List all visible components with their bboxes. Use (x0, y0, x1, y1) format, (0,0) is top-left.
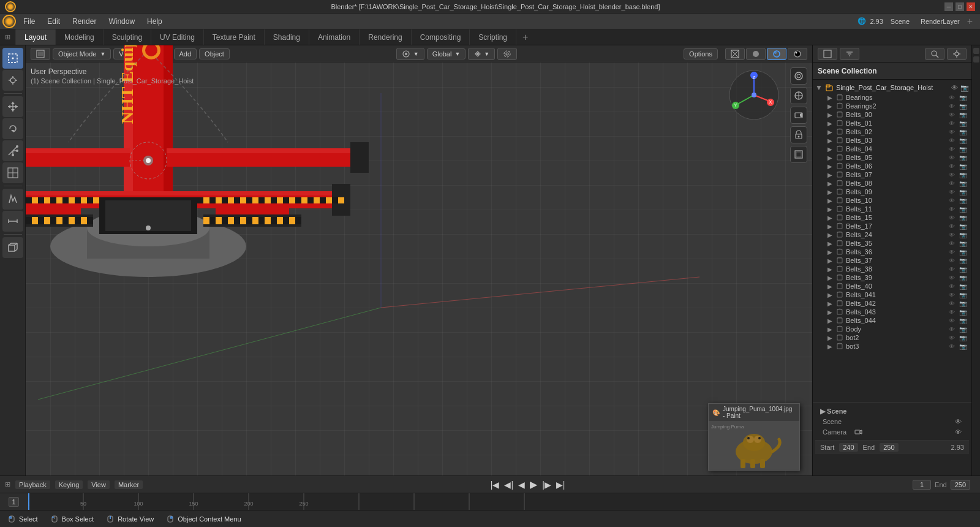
item-vis-24[interactable]: 👁 (949, 300, 955, 307)
item-render-26[interactable]: 📷 (959, 317, 967, 324)
render-layer-add[interactable]: + (967, 16, 973, 27)
playback-menu[interactable]: Playback (15, 480, 50, 489)
scene-item-23[interactable]: ▶ Belts_041 👁 📷 (813, 290, 971, 299)
scene-item-25[interactable]: ▶ Belts_043 👁 📷 (813, 308, 971, 316)
end-frame-input[interactable]: 250 (951, 480, 970, 490)
item-render-15[interactable]: 📷 (959, 223, 967, 230)
cursor-tool[interactable] (2, 70, 23, 91)
jump-end-button[interactable]: ▶| (555, 479, 567, 491)
item-vis-27[interactable]: 👁 (949, 326, 955, 333)
menu-file[interactable]: File (18, 16, 40, 27)
item-render-24[interactable]: 📷 (959, 300, 967, 307)
scale-tool[interactable] (2, 140, 23, 161)
move-tool[interactable] (2, 96, 23, 117)
scene-vis-icon[interactable]: 👁 (955, 418, 962, 425)
camera-view-toggle[interactable] (790, 107, 807, 124)
scene-item-7[interactable]: ▶ Belts_05 👁 📷 (813, 153, 971, 162)
item-vis-12[interactable]: 👁 (949, 197, 955, 204)
item-render-13[interactable]: 📷 (959, 206, 967, 213)
item-vis-1[interactable]: 👁 (949, 103, 955, 110)
scene-item-28[interactable]: ▶ bot2 👁 📷 (813, 333, 971, 342)
tab-compositing[interactable]: Compositing (412, 29, 470, 45)
item-vis-18[interactable]: 👁 (949, 249, 955, 256)
item-render-18[interactable]: 📷 (959, 249, 967, 256)
item-render-22[interactable]: 📷 (959, 283, 967, 290)
current-frame-input[interactable]: 1 (913, 480, 931, 490)
scene-item-22[interactable]: ▶ Belts_40 👁 📷 (813, 282, 971, 290)
item-render-19[interactable]: 📷 (959, 257, 967, 264)
panel-search[interactable] (925, 48, 944, 60)
item-render-29[interactable]: 📷 (959, 343, 967, 350)
scene-item-17[interactable]: ▶ Belts_35 👁 📷 (813, 239, 971, 248)
item-render-20[interactable]: 📷 (959, 266, 967, 273)
scene-item-9[interactable]: ▶ Belts_07 👁 📷 (813, 170, 971, 179)
tab-shading[interactable]: Shading (265, 29, 309, 45)
scene-item-0[interactable]: ▶ Bearings 👁 📷 (813, 93, 971, 102)
rotate-tool[interactable] (2, 118, 23, 139)
item-vis-29[interactable]: 👁 (949, 343, 955, 350)
item-vis-14[interactable]: 👁 (949, 214, 955, 221)
item-render-3[interactable]: 📷 (959, 120, 967, 127)
item-vis-20[interactable]: 👁 (949, 266, 955, 273)
item-vis-7[interactable]: 👁 (949, 154, 955, 161)
annotate-tool[interactable] (2, 189, 23, 210)
viewport-canvas[interactable]: NHT Equip (26, 63, 812, 476)
viewport-overlay-toggle[interactable] (790, 67, 807, 85)
item-vis-17[interactable]: 👁 (949, 240, 955, 247)
solid-mode[interactable] (746, 48, 766, 60)
scene-item-4[interactable]: ▶ Belts_02 👁 📷 (813, 127, 971, 136)
item-render-14[interactable]: 📷 (959, 214, 967, 221)
scene-item-19[interactable]: ▶ Belts_37 👁 📷 (813, 256, 971, 265)
proportional-editing[interactable] (497, 48, 517, 60)
tab-sculpting[interactable]: Sculpting (104, 29, 151, 45)
transform-tool[interactable] (2, 162, 23, 183)
blender-logo-menu[interactable] (2, 15, 16, 28)
marker-menu[interactable]: Marker (115, 480, 143, 489)
item-render-2[interactable]: 📷 (959, 112, 967, 118)
paint-thumbnail[interactable]: 🎨 Jumping_Puma_1004.jpg - Paint (708, 403, 800, 471)
prev-keyframe-button[interactable]: ◀| (503, 479, 514, 491)
start-frame-value[interactable]: 240 (839, 443, 858, 452)
tab-uv-editing[interactable]: UV Editing (151, 29, 204, 45)
snap-toggle[interactable]: ▼ (468, 48, 495, 60)
scene-item-26[interactable]: ▶ Belts_044 👁 📷 (813, 316, 971, 325)
menu-render[interactable]: Render (67, 16, 101, 27)
item-vis-16[interactable]: 👁 (949, 232, 955, 238)
rendered-mode[interactable] (788, 48, 807, 60)
timeline-current-frame[interactable]: 1 (9, 497, 18, 507)
transform-space-selector[interactable]: Global ▼ (427, 48, 466, 59)
scene-item-14[interactable]: ▶ Belts_15 👁 📷 (813, 213, 971, 222)
keying-menu[interactable]: Keying (55, 480, 83, 489)
item-render-21[interactable]: 📷 (959, 275, 967, 281)
item-vis-13[interactable]: 👁 (949, 206, 955, 213)
scene-item-6[interactable]: ▶ Belts_04 👁 📷 (813, 145, 971, 153)
item-vis-0[interactable]: 👁 (949, 94, 955, 101)
item-render-5[interactable]: 📷 (959, 137, 967, 144)
item-vis-8[interactable]: 👁 (949, 163, 955, 170)
orthographic-perspective-toggle[interactable] (790, 146, 807, 163)
item-vis-19[interactable]: 👁 (949, 257, 955, 264)
scene-item-27[interactable]: ▶ Body 👁 📷 (813, 325, 971, 333)
scene-item-21[interactable]: ▶ Belts_39 👁 📷 (813, 273, 971, 282)
item-vis-25[interactable]: 👁 (949, 309, 955, 316)
item-vis-21[interactable]: 👁 (949, 275, 955, 281)
panel-tab-filter[interactable] (840, 48, 859, 60)
timeline-editor-icon[interactable]: ⊞ (5, 480, 10, 488)
item-render-11[interactable]: 📷 (959, 189, 967, 195)
viewport-options[interactable]: Options (684, 48, 718, 59)
item-render-27[interactable]: 📷 (959, 326, 967, 333)
item-vis-6[interactable]: 👁 (949, 146, 955, 153)
scene-selector[interactable]: Scene (887, 17, 913, 26)
item-render-12[interactable]: 📷 (959, 197, 967, 204)
menu-help[interactable]: Help (142, 16, 167, 27)
scene-item-18[interactable]: ▶ Belts_36 👁 📷 (813, 248, 971, 256)
render-icon[interactable]: 📷 (960, 84, 969, 92)
item-render-17[interactable]: 📷 (959, 240, 967, 247)
view-menu-timeline[interactable]: View (88, 480, 110, 489)
item-render-16[interactable]: 📷 (959, 232, 967, 238)
visibility-icon[interactable]: 👁 (951, 84, 958, 92)
item-vis-3[interactable]: 👁 (949, 120, 955, 127)
item-render-28[interactable]: 📷 (959, 335, 967, 341)
scene-item-20[interactable]: ▶ Belts_38 👁 📷 (813, 265, 971, 273)
pivot-point-selector[interactable]: ▼ (396, 48, 424, 60)
